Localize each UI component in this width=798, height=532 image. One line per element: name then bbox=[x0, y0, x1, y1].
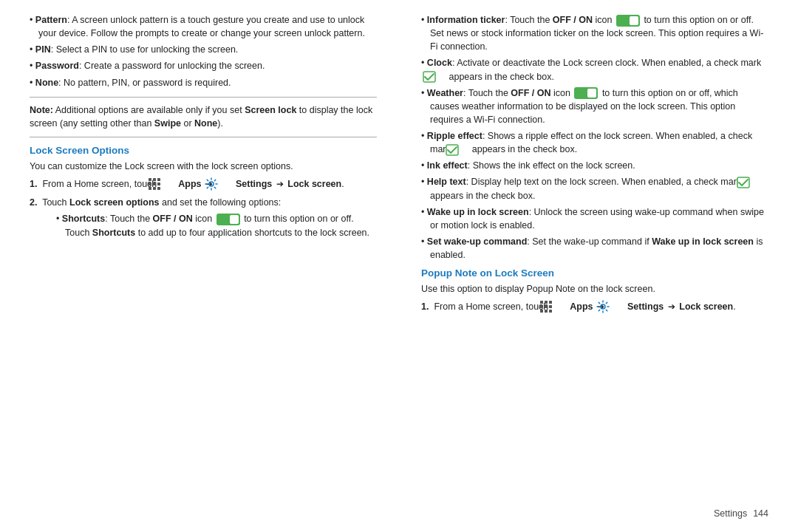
step-2: 2. Touch Lock screen options and set the… bbox=[30, 196, 377, 240]
svg-rect-5 bbox=[157, 183, 160, 185]
svg-rect-17 bbox=[545, 305, 548, 308]
step-1: 1. From a Home screen, touch bbox=[30, 177, 377, 191]
right-bullet-list: Information ticker: Touch the OFF / ON i… bbox=[421, 13, 768, 262]
bullet-pin: PIN: Select a PIN to use for unlocking t… bbox=[30, 43, 377, 56]
bullet-wakeup-cmd: Set wake-up command: Set the wake-up com… bbox=[421, 235, 768, 262]
lock-screen-options-heading: Lock Screen Options bbox=[30, 145, 377, 156]
shortcut-bullet: Shortcuts: Touch the OFF / ON icon to tu… bbox=[56, 212, 377, 240]
settings-icon-2 bbox=[610, 300, 623, 313]
popup-note-steps: 1. From a Home screen, touch bbox=[421, 300, 768, 314]
right-column: Information ticker: Touch the OFF / ON i… bbox=[414, 13, 768, 502]
svg-rect-15 bbox=[549, 301, 552, 304]
lock-screen-steps: 1. From a Home screen, touch bbox=[30, 177, 377, 240]
arrow-2: ➔ bbox=[276, 179, 284, 189]
left-column: Pattern: A screen unlock pattern is a to… bbox=[30, 13, 384, 502]
popup-note-heading: Popup Note on Lock Screen bbox=[421, 267, 768, 279]
arrow-4: ➔ bbox=[668, 301, 675, 312]
svg-rect-21 bbox=[549, 310, 552, 313]
sub-bullet-list: Shortcuts: Touch the OFF / ON icon to tu… bbox=[43, 212, 377, 240]
svg-rect-13 bbox=[540, 301, 543, 304]
intro-bullet-list: Pattern: A screen unlock pattern is a to… bbox=[30, 13, 377, 89]
svg-rect-2 bbox=[157, 178, 160, 181]
bullet-info-ticker: Information ticker: Touch the OFF / ON i… bbox=[421, 13, 768, 53]
svg-rect-14 bbox=[545, 301, 548, 304]
bullet-clock: Clock: Activate or deactivate the Lock s… bbox=[421, 56, 768, 83]
svg-rect-0 bbox=[149, 178, 151, 181]
check-icon-clock bbox=[432, 71, 445, 83]
popup-step-1: 1. From a Home screen, touch bbox=[421, 300, 768, 314]
svg-rect-16 bbox=[540, 305, 543, 308]
footer-section: Settings bbox=[714, 508, 747, 519]
svg-rect-4 bbox=[153, 183, 156, 185]
svg-rect-7 bbox=[153, 187, 156, 190]
footer-page-number: 144 bbox=[753, 508, 768, 519]
bullet-ink: Ink effect: Shows the ink effect on the … bbox=[421, 159, 768, 172]
lock-screen-intro: You can customize the Lock screen with t… bbox=[30, 160, 377, 174]
note-text: Note: Additional options are available o… bbox=[30, 105, 372, 129]
svg-rect-18 bbox=[549, 305, 552, 308]
svg-point-22 bbox=[601, 304, 605, 309]
bullet-ripple: Ripple effect: Shows a ripple effect on … bbox=[421, 129, 768, 156]
check-icon-ripple bbox=[454, 144, 468, 156]
bullet-password: Password: Create a password for unlockin… bbox=[30, 59, 377, 72]
svg-rect-1 bbox=[153, 178, 156, 181]
apps-icon-2 bbox=[553, 300, 566, 313]
toggle-weather bbox=[574, 87, 598, 99]
bullet-none: None: No pattern, PIN, or password is re… bbox=[30, 76, 377, 89]
note-box: Note: Additional options are available o… bbox=[30, 97, 377, 138]
svg-rect-19 bbox=[540, 310, 543, 313]
popup-note-intro: Use this option to display Popup Note on… bbox=[421, 282, 768, 296]
svg-rect-3 bbox=[149, 183, 151, 185]
svg-rect-20 bbox=[545, 310, 548, 313]
bullet-pattern: Pattern: A screen unlock pattern is a to… bbox=[30, 13, 377, 40]
footer: Settings 144 bbox=[30, 502, 768, 519]
toggle-info-ticker bbox=[616, 15, 640, 27]
svg-rect-8 bbox=[157, 187, 160, 190]
bullet-weather: Weather: Touch the OFF / ON icon to turn… bbox=[421, 86, 768, 126]
svg-point-9 bbox=[209, 182, 214, 186]
bullet-help: Help text: Display help text on the lock… bbox=[421, 175, 768, 202]
toggle-shortcuts bbox=[216, 214, 240, 225]
apps-icon bbox=[161, 177, 174, 191]
page: Pattern: A screen unlock pattern is a to… bbox=[0, 0, 798, 532]
svg-rect-6 bbox=[149, 187, 151, 190]
bullet-wakeup: Wake up in lock screen: Unlock the scree… bbox=[421, 205, 768, 232]
check-icon-help bbox=[746, 177, 759, 188]
content-area: Pattern: A screen unlock pattern is a to… bbox=[30, 13, 768, 502]
settings-icon-1 bbox=[218, 177, 231, 191]
